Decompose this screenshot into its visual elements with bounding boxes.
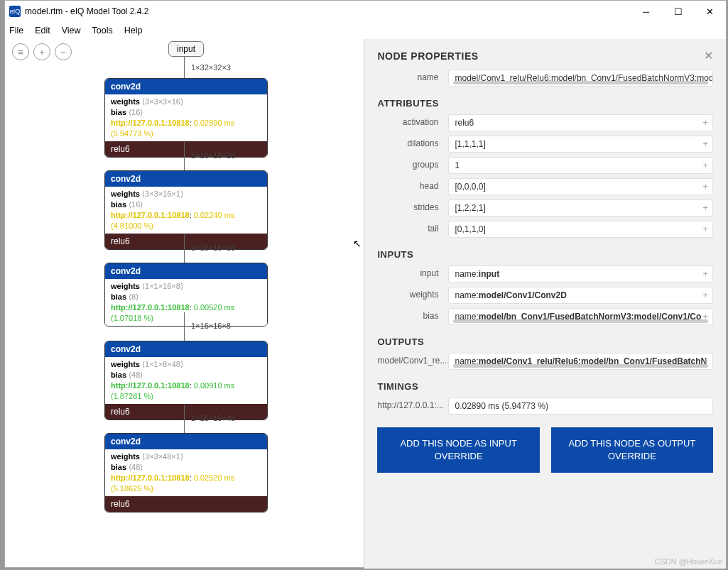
expand-icon[interactable]: +	[702, 202, 708, 213]
expand-icon[interactable]: +	[702, 290, 708, 300]
prop-value[interactable]: name: input+	[448, 265, 713, 283]
prop-value[interactable]: [1,2,2,1]+	[448, 199, 713, 217]
section-attributes: ATTRIBUTES	[377, 98, 713, 109]
expand-icon[interactable]: +	[702, 160, 708, 170]
node-header: conv2d	[105, 341, 267, 357]
node-header: conv2d	[105, 263, 267, 279]
panel-title: NODE PROPERTIES	[377, 50, 704, 62]
prop-value[interactable]: name: model/bn_Conv1/FusedBatchNormV3;mo…	[448, 308, 713, 325]
graph-node-conv2d[interactable]: conv2d weights ⟨3×3×3×16⟩ bias ⟨16⟩ http…	[104, 78, 268, 158]
graph-node-conv2d[interactable]: conv2d weights ⟨1×1×16×8⟩ bias ⟨8⟩ http:…	[104, 263, 268, 327]
graph-edge	[184, 312, 185, 341]
menu-edit[interactable]: Edit	[35, 26, 50, 35]
prop-label: strides	[377, 199, 448, 212]
node-footer: relu6	[105, 496, 267, 512]
prop-label: model/Conv1_re...	[377, 353, 448, 366]
expand-icon[interactable]: +	[702, 138, 708, 149]
section-outputs: OUTPUTS	[377, 336, 713, 347]
graph-node-conv2d[interactable]: conv2d weights ⟨3×3×48×1⟩ bias ⟨48⟩ http…	[104, 433, 268, 513]
edge-label: 1×16×16×48	[191, 414, 235, 422]
prop-value[interactable]: name: model/Conv1/Conv2D+	[448, 287, 713, 304]
menubar: File Edit View Tools Help	[5, 22, 726, 39]
prop-value[interactable]: [0,1,1,0]+	[448, 221, 713, 238]
node-body: weights ⟨3×3×16×1⟩ bias ⟨16⟩ http://127.…	[105, 187, 267, 234]
close-button[interactable]: ✕	[694, 1, 726, 22]
graph-edge	[184, 142, 185, 170]
prop-value[interactable]: 0.02890 ms (5.94773 %)	[448, 398, 713, 415]
graph-node-conv2d[interactable]: conv2d weights ⟨1×1×8×48⟩ bias ⟨48⟩ http…	[104, 341, 268, 420]
node-header: conv2d	[105, 79, 267, 94]
section-timings: TIMINGS	[377, 381, 713, 392]
titlebar: eIQ model.rtm - eIQ Model Tool 2.4.2 ─ ☐…	[5, 1, 726, 22]
node-body: weights ⟨3×3×3×16⟩ bias ⟨16⟩ http://127.…	[105, 94, 267, 141]
expand-icon[interactable]: +	[702, 224, 708, 234]
prop-label: tail	[377, 221, 448, 234]
expand-icon[interactable]: +	[702, 181, 708, 192]
menu-view[interactable]: View	[62, 26, 81, 35]
prop-label: input	[377, 265, 448, 278]
prop-label: name	[377, 70, 448, 82]
section-inputs: INPUTS	[377, 249, 713, 260]
minimize-button[interactable]: ─	[630, 1, 662, 22]
prop-label: dilations	[377, 136, 448, 148]
input-node[interactable]: input	[168, 41, 204, 57]
edge-label: 1×16×16×8	[191, 322, 231, 330]
prop-label: groups	[377, 157, 448, 170]
graph-edge	[184, 57, 185, 78]
maximize-button[interactable]: ☐	[662, 1, 694, 22]
expand-icon[interactable]: +	[702, 311, 708, 322]
expand-icon[interactable]: +	[702, 268, 708, 279]
panel-close-icon[interactable]: ✕	[704, 49, 713, 62]
prop-label: bias	[377, 308, 448, 321]
node-footer: relu6	[105, 404, 267, 420]
zoom-in-icon[interactable]: +	[33, 43, 50, 60]
prop-value[interactable]: [0,0,0,0]+	[448, 178, 713, 195]
node-header: conv2d	[105, 434, 267, 449]
zoom-out-icon[interactable]: −	[55, 43, 72, 60]
graph-canvas[interactable]: ≡ + − input 1×32×32×3 conv2d weights ⟨3×…	[5, 39, 364, 569]
edge-label: 1×16×16×16	[191, 243, 235, 252]
node-body: weights ⟨1×1×16×8⟩ bias ⟨8⟩ http://127.0…	[105, 279, 267, 326]
expand-icon[interactable]: +	[702, 356, 708, 366]
add-output-override-button[interactable]: ADD THIS NODE AS OUTPUT OVERRIDE	[551, 427, 713, 473]
prop-label: head	[377, 178, 448, 191]
window-title: model.rtm - eIQ Model Tool 2.4.2	[25, 6, 630, 16]
expand-icon[interactable]: +	[702, 117, 708, 128]
prop-value[interactable]: [1,1,1,1]+	[448, 136, 713, 153]
prop-label: weights	[377, 287, 448, 300]
list-icon[interactable]: ≡	[12, 43, 29, 60]
add-input-override-button[interactable]: ADD THIS NODE AS INPUT OVERRIDE	[377, 427, 539, 473]
prop-value[interactable]: name: model/Conv1_relu/Relu6;model/bn_Co…	[448, 353, 713, 370]
prop-value[interactable]: model/Conv1_relu/Relu6;model/bn_Conv1/Fu…	[448, 70, 713, 87]
graph-edge	[184, 234, 185, 263]
menu-file[interactable]: File	[9, 26, 23, 35]
prop-value[interactable]: relu6+	[448, 114, 713, 131]
menu-help[interactable]: Help	[124, 26, 143, 35]
node-body: weights ⟨1×1×8×48⟩ bias ⟨48⟩ http://127.…	[105, 357, 267, 404]
node-footer: relu6	[105, 141, 267, 157]
node-footer: relu6	[105, 234, 267, 249]
edge-label: 1×16×16×16	[191, 151, 235, 160]
app-logo: eIQ	[9, 6, 21, 17]
prop-label: activation	[377, 114, 448, 127]
node-header: conv2d	[105, 171, 267, 187]
menu-tools[interactable]: Tools	[92, 26, 113, 35]
prop-value[interactable]: 1+	[448, 157, 713, 174]
prop-label: http://127.0.0.1:...	[377, 398, 448, 410]
node-body: weights ⟨3×3×48×1⟩ bias ⟨48⟩ http://127.…	[105, 449, 267, 496]
graph-edge	[184, 405, 185, 433]
watermark: CSDN @HowieXue	[654, 557, 722, 566]
edge-label: 1×32×32×3	[191, 63, 231, 72]
properties-panel: NODE PROPERTIES ✕ name model/Conv1_relu/…	[364, 39, 726, 569]
graph-node-conv2d[interactable]: conv2d weights ⟨3×3×16×1⟩ bias ⟨16⟩ http…	[104, 170, 268, 250]
